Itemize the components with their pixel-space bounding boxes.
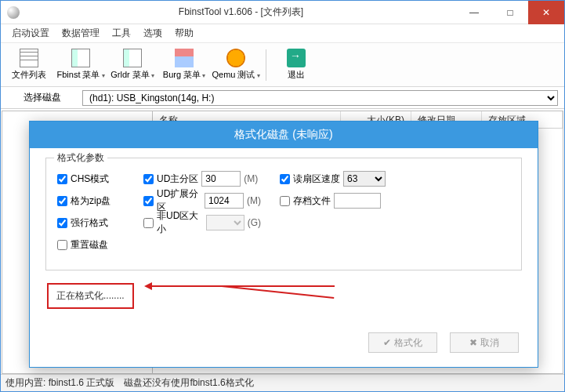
non-ud-size-label: 非UD区大小 xyxy=(157,209,203,236)
format-button[interactable]: ✔ 格式化 xyxy=(368,332,437,353)
status-bar: 使用内置: fbinst1.6 正式版 磁盘还没有使用fbinst1.6格式化 xyxy=(1,374,564,391)
archive-file-label: 存档文件 xyxy=(293,194,331,208)
chs-mode-checkbox[interactable] xyxy=(57,174,67,184)
burg-label: Burg 菜单 xyxy=(163,70,201,79)
disk-selector-row: 选择磁盘 (hd1): USB_Kingston(14g, H:) xyxy=(1,87,564,109)
sheet-icon xyxy=(71,49,90,67)
toolbar-separator xyxy=(266,49,266,81)
ud-extended-input[interactable] xyxy=(205,193,244,209)
reset-disk-checkbox[interactable] xyxy=(57,240,67,250)
archive-file-input[interactable] xyxy=(334,193,381,209)
non-ud-size-unit: (G) xyxy=(248,217,261,228)
disk-selector-label: 选择磁盘 xyxy=(7,91,78,104)
zip-format-label: 格为zip盘 xyxy=(71,194,110,208)
fbinst-menu-button[interactable]: Fbinst 菜单▾ xyxy=(56,45,106,85)
chevron-down-icon: ▾ xyxy=(151,72,154,79)
cancel-button[interactable]: ✖ 取消 xyxy=(450,332,519,353)
file-list-button[interactable]: 文件列表 xyxy=(4,45,54,85)
read-speed-select[interactable]: 63 xyxy=(343,171,386,187)
menu-tools[interactable]: 工具 xyxy=(106,27,137,40)
ud-primary-checkbox[interactable] xyxy=(143,174,154,184)
check-icon: ✔ xyxy=(383,337,391,348)
read-speed-checkbox[interactable] xyxy=(280,174,290,184)
exit-icon xyxy=(287,49,306,67)
ud-primary-label: UD主分区 xyxy=(157,172,198,186)
menu-bar: 启动设置 数据管理 工具 选项 帮助 xyxy=(1,24,564,43)
format-button-label: 格式化 xyxy=(394,336,422,350)
dialog-title: 格式化磁盘 (未响应) xyxy=(30,122,538,148)
window-title: FbinstTool v1.606 - [文件列表] xyxy=(26,5,456,19)
force-format-label: 强行格式 xyxy=(71,216,108,230)
chs-mode-label: CHS模式 xyxy=(71,172,109,186)
menu-data-management[interactable]: 数据管理 xyxy=(56,27,106,40)
read-speed-label: 读扇区速度 xyxy=(293,172,340,186)
list-icon xyxy=(20,49,38,67)
format-status-text: 正在格式化........ xyxy=(47,283,134,309)
burg-icon xyxy=(175,49,194,67)
minimize-button[interactable]: — xyxy=(456,1,492,24)
zip-format-checkbox[interactable] xyxy=(57,196,67,206)
archive-file-checkbox[interactable] xyxy=(280,196,290,206)
format-params-group: 格式化参数 CHS模式 UD主分区 (M) 读扇区速度 63 xyxy=(45,158,522,270)
reset-disk-label: 重置磁盘 xyxy=(71,238,108,252)
app-icon xyxy=(7,6,20,19)
maximize-button[interactable]: □ xyxy=(492,1,528,24)
group-legend: 格式化参数 xyxy=(54,151,107,165)
qemu-icon xyxy=(226,49,245,67)
force-format-checkbox[interactable] xyxy=(57,218,67,228)
menu-help[interactable]: 帮助 xyxy=(168,27,200,40)
disk-select[interactable]: (hd1): USB_Kingston(14g, H:) xyxy=(82,90,558,106)
window-controls: — □ ✕ xyxy=(456,1,564,24)
ud-primary-unit: (M) xyxy=(244,173,258,184)
close-button[interactable]: ✕ xyxy=(528,1,564,24)
qemu-label: Qemu 测试 xyxy=(212,70,255,79)
chevron-down-icon: ▾ xyxy=(257,72,260,79)
burg-menu-button[interactable]: Burg 菜单▾ xyxy=(159,45,209,85)
non-ud-size-select xyxy=(206,215,244,230)
exit-label: 退出 xyxy=(288,70,305,79)
grldr-menu-button[interactable]: Grldr 菜单▾ xyxy=(107,45,158,85)
status-left: 使用内置: fbinst1.6 正式版 xyxy=(5,376,114,390)
cancel-button-label: 取消 xyxy=(480,336,499,350)
toolbar: 文件列表 Fbinst 菜单▾ Grldr 菜单▾ Burg 菜单▾ Qemu … xyxy=(1,43,564,87)
menu-boot-settings[interactable]: 启动设置 xyxy=(5,27,56,40)
dialog-body: 格式化参数 CHS模式 UD主分区 (M) 读扇区速度 63 xyxy=(30,148,538,367)
menu-options[interactable]: 选项 xyxy=(137,27,168,40)
fbinst-label: Fbinst 菜单 xyxy=(56,70,100,79)
exit-button[interactable]: 退出 xyxy=(271,45,321,85)
ud-extended-unit: (M) xyxy=(247,195,261,206)
qemu-test-button[interactable]: Qemu 测试▾ xyxy=(211,45,261,85)
format-disk-dialog: 格式化磁盘 (未响应) 格式化参数 CHS模式 UD主分区 (M) 读扇区速度 xyxy=(29,121,538,368)
title-bar: FbinstTool v1.606 - [文件列表] — □ ✕ xyxy=(1,1,564,24)
ud-extended-checkbox[interactable] xyxy=(143,196,154,206)
chevron-down-icon: ▾ xyxy=(102,72,105,79)
cancel-icon: ✖ xyxy=(469,337,477,348)
non-ud-size-checkbox[interactable] xyxy=(143,218,154,228)
ud-primary-input[interactable] xyxy=(201,171,241,187)
sheet-icon xyxy=(123,49,142,67)
grldr-label: Grldr 菜单 xyxy=(110,70,150,79)
chevron-down-icon: ▾ xyxy=(202,72,205,79)
status-right: 磁盘还没有使用fbinst1.6格式化 xyxy=(124,376,253,390)
dialog-buttons: ✔ 格式化 ✖ 取消 xyxy=(45,332,522,353)
file-list-label: 文件列表 xyxy=(12,70,46,79)
